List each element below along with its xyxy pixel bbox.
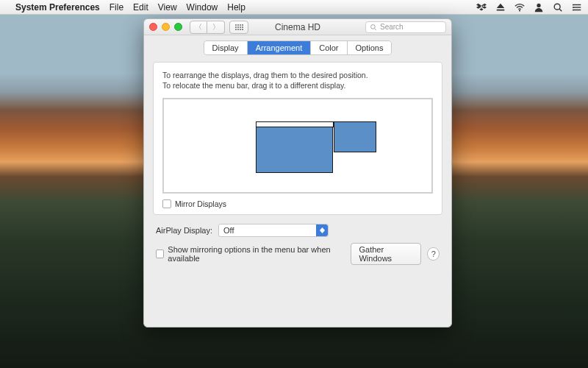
menu-window[interactable]: Window	[187, 2, 218, 13]
menu-bar-left: System Preferences File Edit View Window…	[6, 2, 245, 13]
show-mirroring-checkbox[interactable]	[156, 250, 164, 258]
show-mirroring-row: Show mirroring options in the menu bar w…	[156, 245, 351, 263]
gather-windows-button[interactable]: Gather Windows	[351, 243, 421, 265]
window-titlebar[interactable]: 〈 〉 Cinema HD Search	[144, 19, 451, 35]
svg-point-1	[537, 3, 540, 7]
zoom-button[interactable]	[174, 23, 182, 31]
airplay-label: AirPlay Display:	[156, 226, 212, 235]
app-menu[interactable]: System Preferences	[15, 2, 100, 13]
close-button[interactable]	[149, 23, 157, 31]
mirror-displays-label: Mirror Displays	[175, 199, 226, 208]
arrangement-panel: To rearrange the displays, drag them to …	[153, 62, 442, 215]
segmented-tabs: Display Arrangement Color Options	[204, 41, 392, 54]
search-placeholder: Search	[380, 23, 404, 31]
svg-point-0	[519, 10, 520, 11]
svg-point-7	[573, 4, 574, 5]
preferences-window: 〈 〉 Cinema HD Search Display Arrangement…	[143, 18, 452, 328]
tab-arrangement[interactable]: Arrangement	[247, 41, 311, 54]
show-all-button[interactable]	[229, 21, 248, 34]
user-icon[interactable]	[534, 2, 544, 13]
show-mirroring-label: Show mirroring options in the menu bar w…	[168, 245, 351, 263]
eject-icon[interactable]	[495, 2, 506, 13]
minimize-button[interactable]	[162, 23, 170, 31]
spotlight-icon[interactable]	[553, 2, 563, 13]
display-secondary[interactable]	[334, 121, 376, 152]
back-button[interactable]: 〈	[190, 21, 207, 34]
below-panel: AirPlay Display: Off Show mirroring opti…	[144, 215, 451, 265]
menu-help[interactable]: Help	[227, 2, 245, 13]
display-arrangement-area[interactable]	[162, 98, 433, 194]
display-primary[interactable]	[256, 121, 333, 173]
svg-point-8	[573, 7, 574, 8]
menu-view[interactable]: View	[158, 2, 177, 13]
menu-file[interactable]: File	[110, 2, 123, 13]
svg-point-9	[573, 9, 574, 10]
chevron-right-icon: 〉	[212, 22, 220, 32]
menu-bar-right	[476, 2, 582, 13]
airplay-value: Off	[223, 226, 234, 235]
forward-button[interactable]: 〉	[207, 21, 225, 34]
search-icon	[370, 24, 377, 31]
chevron-left-icon: 〈	[195, 22, 202, 32]
tab-bar: Display Arrangement Color Options	[144, 35, 451, 62]
svg-point-10	[371, 24, 376, 29]
airplay-select[interactable]: Off	[218, 224, 329, 237]
bottom-row: Show mirroring options in the menu bar w…	[156, 243, 440, 265]
mirror-displays-row: Mirror Displays	[162, 199, 433, 208]
nav-buttons: 〈 〉	[190, 21, 225, 34]
grid-icon	[235, 24, 243, 30]
search-field[interactable]: Search	[365, 21, 446, 33]
svg-point-2	[554, 4, 560, 10]
tab-options[interactable]: Options	[347, 41, 392, 54]
hint-text: To rearrange the displays, drag them to …	[162, 70, 433, 91]
help-button[interactable]: ?	[427, 247, 440, 261]
hint-line-1: To rearrange the displays, drag them to …	[162, 70, 433, 80]
hint-line-2: To relocate the menu bar, drag it to a d…	[162, 80, 433, 91]
menu-edit[interactable]: Edit	[133, 2, 148, 13]
dropbox-icon[interactable]	[476, 2, 487, 13]
svg-line-3	[559, 9, 562, 11]
stepper-icon	[316, 224, 328, 236]
system-menu-bar: System Preferences File Edit View Window…	[0, 0, 588, 15]
airplay-row: AirPlay Display: Off	[156, 224, 440, 237]
bottom-right: Gather Windows ?	[351, 243, 440, 265]
tab-display[interactable]: Display	[204, 41, 247, 54]
traffic-lights	[149, 23, 182, 31]
mirror-displays-checkbox[interactable]	[162, 199, 171, 208]
wifi-icon[interactable]	[514, 2, 525, 13]
tab-color[interactable]: Color	[310, 41, 346, 54]
svg-line-11	[375, 28, 376, 29]
notification-center-icon[interactable]	[572, 2, 582, 13]
